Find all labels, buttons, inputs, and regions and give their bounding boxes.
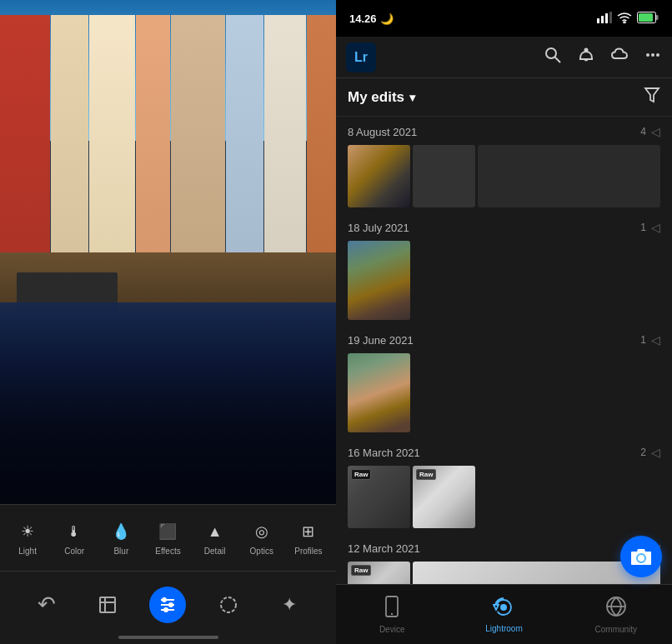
count-march16: 2 (640, 447, 646, 458)
photo-grid-july (348, 241, 660, 320)
tool-detail[interactable]: ▲ Detail (196, 520, 233, 556)
light-icon: ☀ (16, 520, 39, 543)
date-count-aug: 4 ◁ (640, 125, 660, 138)
crop-button[interactable] (89, 587, 126, 623)
tool-light-label: Light (18, 547, 37, 556)
count-aug: 4 (640, 126, 646, 137)
tool-optics-label: Optics (250, 547, 273, 556)
edit-button[interactable] (149, 587, 186, 623)
svg-rect-17 (639, 13, 653, 22)
tool-profiles[interactable]: ⊞ Profiles (289, 520, 327, 556)
tool-color[interactable]: 🌡 Color (56, 520, 93, 556)
blur-icon: 💧 (109, 520, 133, 543)
chevron-down-icon: ▾ (409, 91, 415, 104)
signal-icon (597, 12, 612, 26)
profiles-icon: ⊞ (297, 520, 320, 543)
photo-thumb[interactable]: Raw (348, 562, 410, 584)
album-header: My edits ▾ (336, 78, 672, 117)
effects-icon: ⬛ (156, 520, 179, 543)
filter-icon[interactable] (644, 87, 660, 107)
photo-thumb[interactable] (478, 145, 660, 207)
bell-icon[interactable] (577, 46, 595, 68)
tool-light[interactable]: ☀ Light (9, 520, 47, 556)
photo-grid-march12: Raw (348, 562, 660, 584)
nav-community[interactable]: Community (560, 596, 672, 634)
tool-strip: ☀ Light 🌡 Color 💧 Blur ⬛ Effects ▲ Detai… (0, 504, 336, 571)
date-header-july: 18 July 2021 1 ◁ (348, 221, 660, 234)
date-header-aug: 8 August 2021 4 ◁ (348, 125, 660, 138)
photo-thumb[interactable]: Raw (413, 466, 475, 528)
header-icons (544, 46, 662, 68)
tool-effects[interactable]: ⬛ Effects (149, 520, 187, 556)
photo-thumb[interactable]: Raw (348, 466, 410, 528)
tool-optics[interactable]: ◎ Optics (243, 520, 280, 556)
date-section-june: 19 June 2021 1 ◁ (336, 325, 672, 437)
photo-thumb[interactable] (348, 145, 410, 207)
date-label-july: 18 July 2021 (348, 222, 409, 234)
nav-lightroom[interactable]: Lightroom (448, 597, 559, 633)
date-label-march16: 16 March 2021 (348, 447, 420, 459)
home-indicator-area (0, 637, 336, 644)
action-bar: ↶ ✦ (0, 571, 336, 637)
photo-thumb[interactable] (348, 241, 410, 320)
lightroom-icon (493, 597, 514, 622)
nav-community-label: Community (595, 625, 638, 634)
svg-line-19 (555, 57, 561, 63)
date-label-aug: 8 August 2021 (348, 126, 417, 138)
camera-fab[interactable] (620, 536, 662, 577)
detail-icon: ▲ (203, 520, 227, 543)
photo-thumb[interactable] (348, 353, 410, 432)
chevron-right-icon-june: ◁ (651, 333, 660, 347)
right-panel-inner: 14.26 🌙 (336, 0, 672, 644)
photo-thumb[interactable] (413, 145, 475, 207)
mask-button[interactable] (210, 587, 247, 623)
nav-device[interactable]: Device (336, 596, 448, 634)
svg-point-7 (169, 603, 173, 607)
tool-blur-label: Blur (113, 547, 128, 556)
tool-blur[interactable]: 💧 Blur (103, 520, 140, 556)
status-time: 14.26 (349, 12, 377, 25)
count-june: 1 (640, 334, 646, 346)
moon-icon: 🌙 (380, 12, 394, 25)
more-icon[interactable] (644, 46, 662, 68)
undo-button[interactable]: ↶ (28, 587, 65, 623)
svg-rect-0 (100, 597, 115, 612)
chevron-right-icon-aug: ◁ (651, 125, 660, 138)
cloud-icon[interactable] (610, 46, 629, 68)
album-title-area[interactable]: My edits ▾ (348, 89, 415, 106)
right-panel: 14.26 🌙 (336, 0, 672, 644)
album-title-text: My edits (348, 89, 404, 106)
svg-point-29 (500, 604, 507, 611)
photo-list[interactable]: 8 August 2021 4 ◁ 18 July 2021 (336, 117, 672, 584)
date-label-march12: 12 March 2021 (348, 542, 420, 555)
svg-point-6 (163, 598, 166, 602)
date-header-march16: 16 March 2021 2 ◁ (348, 446, 660, 459)
date-header-june: 19 June 2021 1 ◁ (348, 333, 660, 347)
svg-rect-12 (605, 13, 608, 23)
optics-icon: ◎ (250, 520, 273, 543)
app-header: Lr (336, 37, 672, 78)
date-label-june: 19 June 2021 (348, 334, 414, 347)
search-icon[interactable] (544, 46, 562, 68)
svg-rect-11 (601, 16, 604, 23)
community-icon (605, 596, 627, 622)
photo-area (0, 0, 336, 504)
date-count-july: 1 ◁ (640, 221, 660, 234)
date-section-july: 18 July 2021 1 ◁ (336, 212, 672, 325)
date-count-june: 1 ◁ (640, 333, 660, 347)
svg-point-8 (164, 608, 168, 612)
svg-rect-13 (609, 12, 612, 23)
date-section-aug: 8 August 2021 4 ◁ (336, 117, 672, 212)
chevron-right-icon-july: ◁ (651, 221, 660, 234)
nav-device-label: Device (379, 625, 405, 634)
photo-grid-june (348, 353, 660, 432)
heal-button[interactable]: ✦ (271, 587, 308, 623)
svg-point-21 (585, 49, 588, 52)
svg-point-24 (656, 53, 659, 57)
photo-image (0, 0, 336, 504)
raw-badge: Raw (416, 469, 436, 480)
home-indicator (118, 636, 218, 639)
date-count-march16: 2 ◁ (640, 446, 660, 459)
battery-icon (637, 12, 659, 26)
status-icons (597, 12, 659, 26)
